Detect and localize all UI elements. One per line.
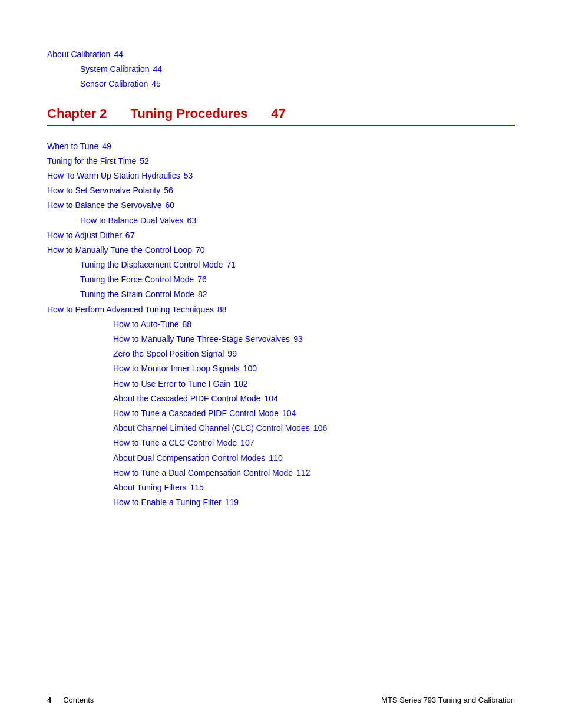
- toc-item: When to Tune49: [47, 139, 515, 154]
- toc-item-label: How to Monitor Inner Loop Signals: [113, 361, 240, 376]
- toc-item-page: 99: [227, 347, 237, 361]
- chapter-page: 47: [271, 106, 285, 121]
- chapter-divider: [47, 125, 515, 126]
- toc-item: System Calibration44: [47, 62, 515, 77]
- toc-item: How to Tune a Dual Compensation Control …: [47, 466, 515, 480]
- toc-item-page: 67: [125, 228, 135, 243]
- toc-item-page: 104: [282, 406, 296, 421]
- toc-item-page: 100: [243, 361, 257, 376]
- toc-item: How to Use Error to Tune I Gain102: [47, 377, 515, 391]
- toc-item: About Channel Limited Channel (CLC) Cont…: [47, 421, 515, 436]
- toc-item-label: Zero the Spool Position Signal: [113, 347, 224, 361]
- pre-chapter-section: About Calibration44System Calibration44S…: [47, 47, 515, 92]
- toc-item-page: 45: [151, 77, 161, 91]
- footer: 4 Contents MTS Series 793 Tuning and Cal…: [47, 696, 515, 704]
- toc-item-label: How to Tune a CLC Control Mode: [113, 436, 237, 450]
- toc-item-page: 60: [166, 198, 175, 213]
- toc-item-label: When to Tune: [47, 139, 98, 154]
- toc-item-page: 76: [197, 272, 207, 287]
- toc-item: How to Manually Tune Three-Stage Servova…: [47, 332, 515, 347]
- toc-item-page: 63: [187, 213, 197, 228]
- toc-item-page: 107: [240, 436, 254, 450]
- toc-item-page: 44: [153, 62, 163, 77]
- toc-item: How to Balance Dual Valves63: [47, 213, 515, 228]
- toc-item: About Tuning Filters115: [47, 480, 515, 495]
- toc-item: Zero the Spool Position Signal99: [47, 347, 515, 361]
- toc-item-page: 112: [296, 466, 310, 480]
- toc-item-page: 88: [183, 317, 192, 332]
- toc-item-page: 102: [234, 377, 247, 391]
- toc-item: How to Enable a Tuning Filter119: [47, 495, 515, 510]
- toc-item-label: How to Auto-Tune: [113, 317, 179, 332]
- toc-item-label: About Tuning Filters: [113, 480, 187, 495]
- toc-item-label: Tuning for the First Time: [47, 154, 136, 169]
- toc-item-page: 52: [140, 154, 149, 169]
- toc-item-label: How to Tune a Cascaded PIDF Control Mode: [113, 406, 279, 421]
- toc-item-label: Tuning the Displacement Control Mode: [80, 258, 223, 272]
- toc-item: Tuning the Force Control Mode76: [47, 272, 515, 287]
- toc-item: Sensor Calibration45: [47, 77, 515, 91]
- toc-item-page: 53: [184, 169, 193, 183]
- toc-item-label: Tuning the Force Control Mode: [80, 272, 194, 287]
- toc-item-page: 88: [217, 302, 227, 317]
- toc-item-label: How to Manually Tune the Control Loop: [47, 243, 192, 258]
- toc-item: Tuning the Displacement Control Mode71: [47, 258, 515, 272]
- toc-item: About the Cascaded PIDF Control Mode104: [47, 391, 515, 406]
- toc-item-page: 70: [196, 243, 205, 258]
- page-container: About Calibration44System Calibration44S…: [0, 0, 562, 728]
- toc-item: How to Adjust Dither67: [47, 228, 515, 243]
- toc-item: How to Manually Tune the Control Loop70: [47, 243, 515, 258]
- toc-item-label: How to Set Servovalve Polarity: [47, 183, 160, 198]
- footer-page-number: 4: [47, 696, 51, 704]
- toc-item-label: System Calibration: [80, 62, 150, 77]
- toc-item: About Calibration44: [47, 47, 515, 62]
- toc-item-page: 56: [164, 183, 173, 198]
- toc-item-label: About the Cascaded PIDF Control Mode: [113, 391, 261, 406]
- toc-item-page: 115: [190, 480, 204, 495]
- toc-item: How to Monitor Inner Loop Signals100: [47, 361, 515, 376]
- toc-item-page: 119: [225, 495, 239, 510]
- toc-item-page: 110: [269, 451, 282, 466]
- toc-item-label: Sensor Calibration: [80, 77, 148, 91]
- toc-item-page: 44: [114, 47, 123, 62]
- toc-item-label: How to Enable a Tuning Filter: [113, 495, 222, 510]
- toc-item: How to Tune a CLC Control Mode107: [47, 436, 515, 450]
- toc-item-label: How to Perform Advanced Tuning Technique…: [47, 302, 214, 317]
- chapter-heading: Chapter 2 Tuning Procedures 47: [47, 106, 515, 121]
- toc-item: How to Tune a Cascaded PIDF Control Mode…: [47, 406, 515, 421]
- toc-item-label: How to Balance the Servovalve: [47, 198, 162, 213]
- toc-item-label: About Calibration: [47, 47, 110, 62]
- toc-item-label: How to Tune a Dual Compensation Control …: [113, 466, 293, 480]
- toc-section: When to Tune49Tuning for the First Time5…: [47, 139, 515, 510]
- toc-item-page: 104: [265, 391, 278, 406]
- toc-item-label: How To Warm Up Station Hydraulics: [47, 169, 180, 183]
- toc-item-label: How to Use Error to Tune I Gain: [113, 377, 230, 391]
- toc-item-page: 106: [313, 421, 327, 436]
- toc-item-label: How to Balance Dual Valves: [80, 213, 184, 228]
- toc-item-label: How to Adjust Dither: [47, 228, 122, 243]
- footer-right-label: MTS Series 793 Tuning and Calibration: [381, 696, 515, 704]
- toc-item-label: How to Manually Tune Three-Stage Servova…: [113, 332, 290, 347]
- toc-item: Tuning the Strain Control Mode82: [47, 287, 515, 302]
- footer-left-label: Contents: [63, 696, 94, 704]
- toc-item: How to Perform Advanced Tuning Technique…: [47, 302, 515, 317]
- toc-item: How to Auto-Tune88: [47, 317, 515, 332]
- toc-item-label: About Dual Compensation Control Modes: [113, 451, 265, 466]
- chapter-number: Chapter 2: [47, 106, 107, 121]
- chapter-title: Tuning Procedures: [130, 106, 247, 121]
- toc-item-label: Tuning the Strain Control Mode: [80, 287, 194, 302]
- toc-item-page: 82: [198, 287, 207, 302]
- toc-item: How To Warm Up Station Hydraulics53: [47, 169, 515, 183]
- toc-item: How to Balance the Servovalve60: [47, 198, 515, 213]
- footer-left: 4 Contents: [47, 696, 94, 704]
- toc-item-page: 93: [293, 332, 303, 347]
- toc-item-label: About Channel Limited Channel (CLC) Cont…: [113, 421, 310, 436]
- toc-item-page: 49: [102, 139, 111, 154]
- toc-item: Tuning for the First Time52: [47, 154, 515, 169]
- toc-item: How to Set Servovalve Polarity56: [47, 183, 515, 198]
- toc-item: About Dual Compensation Control Modes110: [47, 451, 515, 466]
- toc-item-page: 71: [226, 258, 236, 272]
